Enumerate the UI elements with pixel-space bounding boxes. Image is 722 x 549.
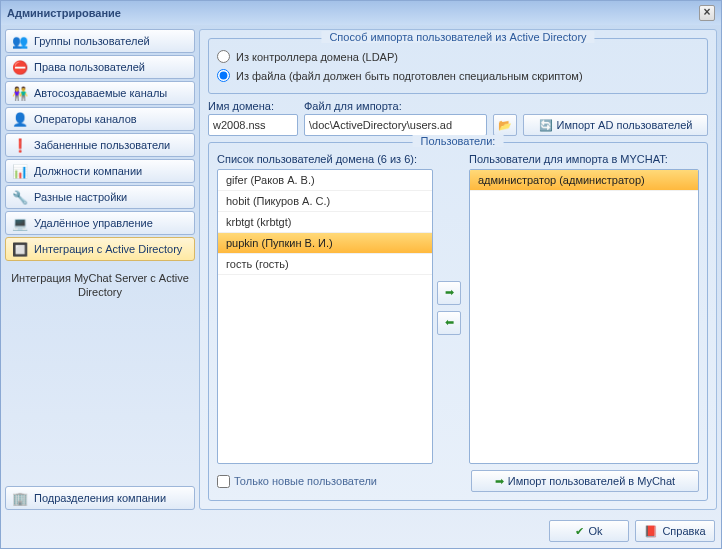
sidebar-item-operators[interactable]: 👤Операторы каналов [5,107,195,131]
sidebar-item-autochannels[interactable]: 👫Автосоздаваемые каналы [5,81,195,105]
fieldset-title: Способ импорта пользователей из Active D… [321,31,594,43]
sidebar-item-label: Забаненные пользователи [34,139,170,151]
block-icon: ⛔ [12,59,28,75]
sidebar-item-ad[interactable]: 🔲Интеграция с Active Directory [5,237,195,261]
radio-ldap[interactable]: Из контроллера домена (LDAP) [217,47,699,66]
monitor-icon: 💻 [12,215,28,231]
import-users-list[interactable]: администратор (администратор) [469,169,699,464]
sidebar-item-label: Автосоздаваемые каналы [34,87,167,99]
sidebar-item-label: Разные настройки [34,191,127,203]
main-panel: Способ импорта пользователей из Active D… [199,29,717,510]
user-icon: 👤 [12,111,28,127]
import-method-fieldset: Способ импорта пользователей из Active D… [208,38,708,94]
sidebar: 👥Группы пользователей ⛔Права пользовател… [5,29,195,510]
sidebar-item-label: Должности компании [34,165,142,177]
import-ad-label: Импорт AD пользователей [557,119,693,131]
wrench-icon: 🔧 [12,189,28,205]
help-label: Справка [662,525,705,537]
radio-ldap-input[interactable] [217,50,230,63]
list-item[interactable]: krbtgt (krbtgt) [218,212,432,233]
folder-icon: 📂 [498,119,512,132]
right-list-label: Пользователи для импорта в MYCHAT: [469,151,699,167]
radio-file[interactable]: Из файла (файл должен быть подготовлен с… [217,66,699,85]
help-button[interactable]: 📕Справка [635,520,715,542]
users-title: Пользователи: [413,135,504,147]
sidebar-item-label: Права пользователей [34,61,145,73]
list-item[interactable]: администратор (администратор) [470,170,698,191]
file-input[interactable] [304,114,487,136]
list-item[interactable]: gifer (Раков А. В.) [218,170,432,191]
only-new-checkbox[interactable]: Только новые пользователи [217,475,463,488]
left-list-label: Список пользователей домена (6 из 6): [217,151,433,167]
sidebar-item-remote[interactable]: 💻Удалённое управление [5,211,195,235]
only-new-label: Только новые пользователи [234,475,377,487]
import-mychat-button[interactable]: ➡Импорт пользователей в MyChat [471,470,699,492]
domain-label: Имя домена: [208,100,298,112]
users-icon: 👥 [12,33,28,49]
import-ad-button[interactable]: 🔄Импорт AD пользователей [523,114,708,136]
only-new-input[interactable] [217,475,230,488]
list-item[interactable]: hobit (Пикуров А. С.) [218,191,432,212]
users-fieldset: Пользователи: Список пользователей домен… [208,142,708,501]
radio-file-label: Из файла (файл должен быть подготовлен с… [236,70,583,82]
ok-button[interactable]: ✔Ok [549,520,629,542]
check-icon: ✔ [575,525,584,538]
radio-ldap-label: Из контроллера домена (LDAP) [236,51,398,63]
chart-icon: 📊 [12,163,28,179]
sidebar-item-misc[interactable]: 🔧Разные настройки [5,185,195,209]
window-title: Администрирование [7,7,699,19]
radio-file-input[interactable] [217,69,230,82]
title-bar: Администрирование × [1,1,721,25]
sidebar-item-label: Подразделения компании [34,492,166,504]
building-icon: 🏢 [12,490,28,506]
arrow-right-icon: ➡ [445,286,454,299]
ad-icon: 🔲 [12,241,28,257]
sidebar-item-positions[interactable]: 📊Должности компании [5,159,195,183]
sidebar-item-rights[interactable]: ⛔Права пользователей [5,55,195,79]
footer: ✔Ok 📕Справка [1,514,721,548]
alert-icon: ❗ [12,137,28,153]
sidebar-item-label: Интеграция с Active Directory [34,243,182,255]
refresh-icon: 🔄 [539,119,553,132]
people-icon: 👫 [12,85,28,101]
sidebar-item-groups[interactable]: 👥Группы пользователей [5,29,195,53]
file-label: Файл для импорта: [304,100,487,112]
domain-users-list[interactable]: gifer (Раков А. В.) hobit (Пикуров А. С.… [217,169,433,464]
arrow-left-icon: ⬅ [445,316,454,329]
move-left-button[interactable]: ⬅ [437,311,461,335]
sidebar-item-label: Операторы каналов [34,113,137,125]
list-item[interactable]: pupkin (Пупкин В. И.) [218,233,432,254]
browse-button[interactable]: 📂 [493,114,517,136]
sidebar-item-label: Группы пользователей [34,35,150,47]
sidebar-item-label: Удалённое управление [34,217,153,229]
list-item[interactable]: гость (гость) [218,254,432,275]
import-mychat-label: Импорт пользователей в MyChat [508,475,675,487]
move-right-button[interactable]: ➡ [437,281,461,305]
ok-label: Ok [588,525,602,537]
arrow-right-icon: ➡ [495,475,504,488]
close-button[interactable]: × [699,5,715,21]
sidebar-item-banned[interactable]: ❗Забаненные пользователи [5,133,195,157]
book-icon: 📕 [644,525,658,538]
sidebar-description: Интеграция MyChat Server с Active Direct… [5,263,195,308]
domain-input[interactable] [208,114,298,136]
sidebar-item-departments[interactable]: 🏢Подразделения компании [5,486,195,510]
